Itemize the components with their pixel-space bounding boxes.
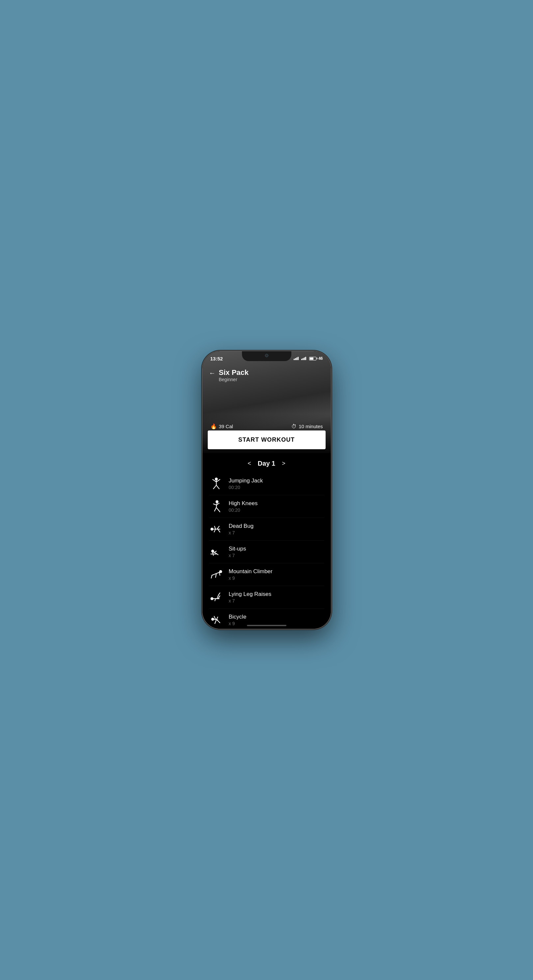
day-selector: < Day 1 > bbox=[203, 453, 331, 473]
exercise-item[interactable]: Mountain Climberx 9 bbox=[209, 563, 324, 586]
duration-icon: ⏱ bbox=[291, 423, 297, 430]
exercise-detail: x 7 bbox=[229, 598, 271, 603]
exercise-info: High Knees00:20 bbox=[229, 500, 258, 513]
phone-screen: 13:52 bbox=[203, 351, 331, 629]
svg-line-12 bbox=[218, 510, 220, 512]
status-right: 46 bbox=[294, 356, 322, 361]
stats-row: 🔥 39 Cal ⏱ 10 minutes bbox=[203, 423, 331, 430]
day-prev-button[interactable]: < bbox=[247, 460, 251, 467]
exercise-name: Lying Leg Raises bbox=[229, 591, 271, 598]
signal-icon-2 bbox=[301, 357, 306, 360]
exercise-figure bbox=[209, 499, 223, 514]
svg-line-22 bbox=[213, 552, 213, 555]
svg-line-17 bbox=[214, 529, 215, 532]
svg-line-5 bbox=[216, 485, 219, 489]
exercise-figure bbox=[209, 612, 223, 627]
svg-line-4 bbox=[213, 485, 216, 489]
svg-line-41 bbox=[217, 620, 220, 623]
exercise-detail: x 9 bbox=[229, 621, 247, 626]
exercise-detail: x 7 bbox=[229, 530, 254, 535]
exercise-figure bbox=[209, 522, 223, 536]
exercise-name: Bicycle bbox=[229, 614, 247, 620]
exercise-figure bbox=[209, 544, 223, 559]
battery-pct: 46 bbox=[318, 356, 322, 361]
svg-line-15 bbox=[214, 526, 215, 529]
exercise-name: Mountain Climber bbox=[229, 568, 273, 575]
hero-title-block: Six Pack Beginner bbox=[219, 368, 249, 382]
svg-line-26 bbox=[212, 572, 219, 575]
day-next-button[interactable]: > bbox=[282, 460, 286, 467]
exercise-figure bbox=[209, 567, 223, 582]
battery-icon bbox=[309, 357, 316, 360]
svg-point-0 bbox=[215, 477, 218, 480]
svg-line-38 bbox=[214, 616, 215, 619]
svg-point-6 bbox=[215, 500, 218, 503]
exercise-info: Mountain Climberx 9 bbox=[229, 568, 273, 581]
duration-stat: ⏱ 10 minutes bbox=[291, 423, 322, 430]
hero-header: ← Six Pack Beginner bbox=[203, 368, 331, 382]
exercise-name: Jumping Jack bbox=[229, 477, 263, 484]
svg-point-13 bbox=[211, 528, 213, 531]
svg-line-40 bbox=[215, 620, 216, 624]
exercise-detail: 00:20 bbox=[229, 508, 258, 513]
svg-line-18 bbox=[218, 529, 220, 532]
exercise-name: Sit-ups bbox=[229, 546, 246, 552]
svg-line-8 bbox=[213, 504, 216, 505]
svg-point-36 bbox=[211, 617, 214, 620]
exercise-item[interactable]: Lying Leg Raisesx 7 bbox=[209, 586, 324, 609]
svg-line-33 bbox=[218, 593, 220, 595]
exercise-info: Bicyclex 9 bbox=[229, 614, 247, 626]
battery-fill bbox=[310, 358, 313, 360]
exercise-figure bbox=[209, 477, 223, 491]
svg-point-30 bbox=[211, 597, 213, 600]
exercise-item[interactable]: Dead Bugx 7 bbox=[209, 518, 324, 541]
svg-line-21 bbox=[214, 551, 216, 552]
signal-icon bbox=[294, 357, 298, 360]
exercise-item[interactable]: Sit-upsx 7 bbox=[209, 541, 324, 563]
start-workout-button[interactable]: START WORKOUT bbox=[208, 431, 326, 449]
svg-line-27 bbox=[211, 575, 212, 578]
svg-line-7 bbox=[216, 503, 217, 508]
workout-subtitle: Beginner bbox=[219, 377, 249, 382]
home-indicator bbox=[247, 625, 286, 626]
exercise-figure bbox=[209, 590, 223, 605]
duration-value: 10 minutes bbox=[298, 423, 322, 429]
start-button-wrapper: START WORKOUT bbox=[203, 431, 331, 453]
svg-line-10 bbox=[214, 508, 216, 511]
back-button[interactable]: ← bbox=[209, 368, 215, 377]
calories-stat: 🔥 39 Cal bbox=[211, 423, 233, 430]
exercise-name: Dead Bug bbox=[229, 523, 254, 530]
exercise-detail: 00:20 bbox=[229, 485, 263, 490]
svg-line-11 bbox=[216, 508, 219, 510]
exercise-info: Jumping Jack00:20 bbox=[229, 477, 263, 490]
exercise-info: Sit-upsx 7 bbox=[229, 546, 246, 558]
exercise-detail: x 9 bbox=[229, 576, 273, 581]
exercise-name: High Knees bbox=[229, 500, 258, 507]
content-area[interactable]: < Day 1 > Jumping Jack00:20 High Knees00… bbox=[203, 453, 331, 629]
exercise-item[interactable]: High Knees00:20 bbox=[209, 495, 324, 518]
workout-title: Six Pack bbox=[219, 368, 249, 377]
svg-line-28 bbox=[215, 574, 216, 578]
exercise-list: Jumping Jack00:20 High Knees00:20 Dead B… bbox=[203, 473, 331, 629]
exercise-info: Dead Bugx 7 bbox=[229, 523, 254, 535]
exercise-info: Lying Leg Raisesx 7 bbox=[229, 591, 271, 603]
exercise-detail: x 7 bbox=[229, 553, 246, 558]
hero-section: ← Six Pack Beginner 🔥 39 Cal ⏱ 10 minute… bbox=[203, 351, 331, 453]
notch bbox=[242, 351, 291, 361]
svg-line-16 bbox=[217, 526, 219, 529]
camera bbox=[265, 354, 268, 357]
exercise-item[interactable]: Jumping Jack00:20 bbox=[209, 473, 324, 495]
phone-frame: 13:52 bbox=[203, 351, 331, 629]
calories-value: 39 Cal bbox=[219, 423, 233, 429]
status-time: 13:52 bbox=[211, 356, 223, 361]
calories-icon: 🔥 bbox=[211, 423, 217, 430]
day-label: Day 1 bbox=[258, 460, 275, 467]
